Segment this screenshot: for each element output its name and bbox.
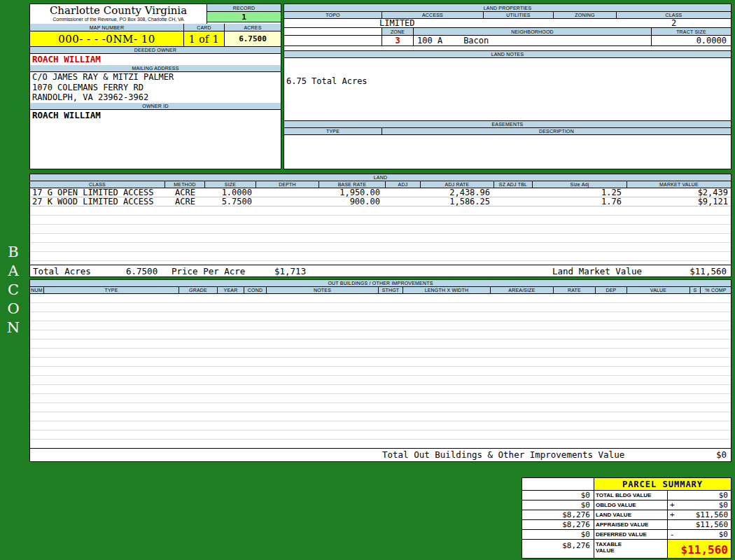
land-col-method: METHOD <box>165 181 205 188</box>
record-header: RECORD <box>207 4 281 12</box>
land-empty-rows <box>30 206 731 265</box>
land-cell-size: 1.0000 <box>205 188 256 197</box>
land-cell-market-value: $2,439 <box>627 188 731 197</box>
ps-value: - $0 <box>668 530 731 540</box>
ps-row-land-value: $8,276 LAND VALUE + $11,560 <box>522 510 731 520</box>
ps-amount: $0 <box>719 500 728 510</box>
land-notes-header: LAND NOTES <box>284 50 731 58</box>
ps-value: $0 <box>668 491 731 500</box>
zone-value-spacer <box>284 36 382 46</box>
total-acres-value: 6.7500 <box>126 265 158 277</box>
ob-col-year: YEAR <box>218 287 244 294</box>
ob-col-value: VALUE <box>627 287 690 294</box>
ob-col-s: S <box>690 287 701 294</box>
zone-code-value: 100 A <box>417 36 442 46</box>
tract-size-header: TRACT SIZE <box>652 28 731 36</box>
land-cell-depth <box>256 197 319 206</box>
access-value: LIMITED <box>379 19 415 28</box>
ps-amount: $11,560 <box>696 510 728 519</box>
land-properties-panel: LAND PROPERTIES TOPO ACCESS UTILITIES ZO… <box>284 4 732 169</box>
land-properties-header: LAND PROPERTIES <box>284 4 731 12</box>
land-market-value-label: Land Market Value <box>552 265 642 277</box>
neighborhood-header: NEIGHBORHOOD <box>414 28 652 36</box>
land-row: 27 K WOOD LIMITED ACCESS ACRE 5.7500 900… <box>30 197 731 206</box>
land-cell-base-rate: 900.00 <box>319 197 386 206</box>
ps-value: + $11,560 <box>668 510 731 520</box>
owner-panel: Charlotte County Virginia Commissioner o… <box>29 4 281 169</box>
ps-row-taxable: $8,276 TAXABLE VALUE $11,560 <box>522 540 731 558</box>
ps-amount: $11,560 <box>681 543 728 556</box>
mailing-address-header: MAILING ADDRESS <box>30 65 281 72</box>
ps-prior-value: $8,276 <box>522 520 594 530</box>
ob-col-dep: DEP <box>596 287 627 294</box>
neighborhood-value: Bacon <box>463 36 489 46</box>
ps-operator: + <box>670 500 675 510</box>
land-table: LAND CLASS METHOD SIZE DEPTH BASE RATE A… <box>29 174 732 277</box>
land-notes-area: 6.75 Total Acres <box>284 58 731 120</box>
land-cell-size-adj: 1.76 <box>533 197 627 206</box>
zone-row-spacer <box>284 28 382 36</box>
land-cell-adj-rate: 2,438.96 <box>421 188 494 197</box>
land-cell-adj <box>386 188 421 197</box>
ob-col-num: NUM <box>30 287 44 294</box>
ps-operator: + <box>670 510 675 519</box>
easements-area <box>284 135 731 169</box>
ps-prior-value: $0 <box>522 530 594 540</box>
tract-size-value: 0.0000 <box>652 36 731 46</box>
ps-prior-value: $8,276 <box>522 540 594 558</box>
zone-header: ZONE <box>382 28 414 36</box>
easements-header: EASEMENTS <box>284 120 731 128</box>
ob-col-notes: NOTES <box>267 287 379 294</box>
ob-col-cond: COND <box>244 287 267 294</box>
address-line: 1070 COLEMANS FERRY RD <box>30 83 281 93</box>
ps-label: LAND VALUE <box>594 510 668 520</box>
ps-value: + $0 <box>668 500 731 510</box>
record-value: 1 <box>207 12 281 22</box>
ob-col-length-x-width: LENGTH X WIDTH <box>403 287 491 294</box>
land-col-depth: DEPTH <box>256 181 319 188</box>
class-value: 2 <box>617 19 731 28</box>
ps-value: $11,560 <box>668 520 731 530</box>
ps-label: APPRAISED VALUE <box>594 520 668 530</box>
ps-taxable-value: $11,560 <box>668 540 731 558</box>
ps-amount: $11,560 <box>696 520 728 529</box>
easement-description-header: DESCRIPTION <box>382 128 731 135</box>
land-col-market-value: MARKET VALUE <box>627 181 731 188</box>
county-title: Charlotte County Virginia <box>30 4 206 17</box>
owner-id-value: ROACH WILLIAM <box>30 110 281 121</box>
ps-prior-value: $0 <box>522 491 594 500</box>
land-cell-adj-rate: 1,586.25 <box>421 197 494 206</box>
ob-col-sthgt: STHGT <box>379 287 403 294</box>
out-buildings-header: OUT BUILDINGS / OTHER IMPROVEMENTS <box>30 280 731 287</box>
mailing-address-block: C/O JAMES RAY & MITZI PALMER 1070 COLEMA… <box>30 72 281 103</box>
ps-row-total-bldg: $0 TOTAL BLDG VALUE $0 <box>522 491 731 500</box>
land-cell-market-value: $9,121 <box>627 197 731 206</box>
out-buildings-table: OUT BUILDINGS / OTHER IMPROVEMENTS NUM T… <box>29 279 732 462</box>
land-cell-method: ACRE <box>165 188 205 197</box>
total-acres-label: Total Acres <box>33 265 91 277</box>
land-cell-class: 17 G OPEN LIMITED ACCESS <box>30 188 165 197</box>
ps-row-appraised: $8,276 APPRAISED VALUE $11,560 <box>522 520 731 530</box>
topo-header: TOPO <box>284 12 382 19</box>
ps-label-text: TAXABLE VALUE <box>596 541 628 554</box>
land-cell-base-rate: 1,950.00 <box>319 188 386 197</box>
price-per-acre-value: $1,713 <box>274 265 306 277</box>
ps-prior-value: $8,276 <box>522 510 594 520</box>
ob-col-pct-comp: % COMP <box>701 287 731 294</box>
land-cell-sz-adj-tbl <box>494 197 533 206</box>
neighborhood-cell: 100 A Bacon <box>414 36 652 46</box>
acres-header: ACRES <box>225 24 281 31</box>
land-cell-size: 5.7500 <box>205 197 256 206</box>
map-number-value: 000- - - -0NM- 10 <box>30 31 184 47</box>
ps-amount: $0 <box>719 530 728 539</box>
land-notes-text: 6.75 Total Acres <box>286 76 368 86</box>
easement-type-header: TYPE <box>284 128 382 135</box>
ps-label: DEFERRED VALUE <box>594 530 668 540</box>
land-cell-depth <box>256 188 319 197</box>
land-col-base-rate: BASE RATE <box>319 181 386 188</box>
ps-operator: - <box>670 530 675 539</box>
land-col-size-adj: Size Adj <box>533 181 627 188</box>
ob-total-label: Total Out Buildings & Other Improvements… <box>382 449 624 461</box>
land-cell-adj <box>386 197 421 206</box>
address-line: RANDOLPH, VA 23962-3962 <box>30 92 281 103</box>
